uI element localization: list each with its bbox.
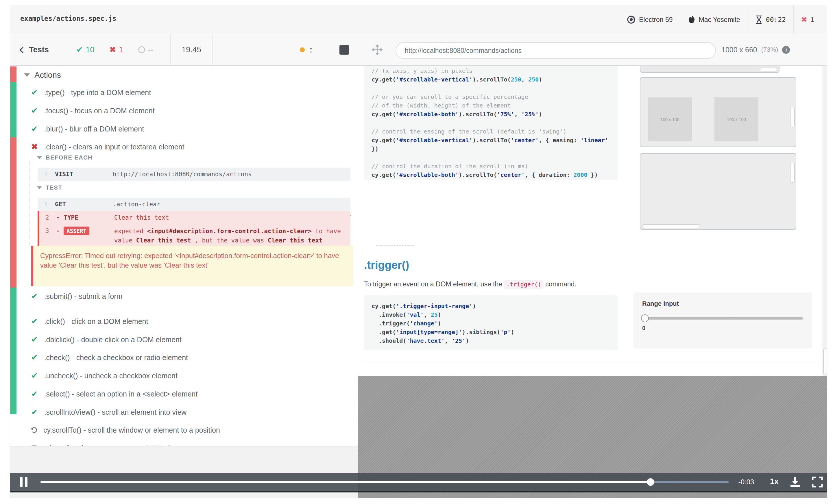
top-bar: examples/actions.spec.js Electron 59 <box>10 5 827 34</box>
range-slider[interactable] <box>642 317 803 320</box>
suite-header-actions[interactable]: Actions <box>24 70 61 80</box>
test-item-label: .dblclick() - double click on a DOM elem… <box>44 336 182 344</box>
pause-button[interactable] <box>20 477 28 487</box>
test-item[interactable]: ✔.submit() - submit a form <box>31 289 123 303</box>
aut-scrollbar[interactable] <box>822 66 827 376</box>
fullscreen-button[interactable] <box>812 477 823 487</box>
test-item[interactable]: .trigger() - trigger an event on a DOM e… <box>31 441 190 446</box>
failed-x-icon: ✖ <box>109 45 116 54</box>
range-slider-thumb[interactable] <box>641 314 649 322</box>
autoscroll-toggle[interactable]: ↕ <box>300 45 313 55</box>
test-item[interactable]: ✔.type() - type into a DOM element <box>31 86 151 100</box>
test-item-label: .trigger() - trigger an event on a DOM e… <box>43 444 190 447</box>
horizontal-scrollbar-thumb[interactable] <box>760 68 777 71</box>
playback-speed-button[interactable]: 1x <box>764 477 785 486</box>
viewport-size: 1000 x 660 <box>721 46 757 54</box>
vertical-scrollbar-thumb[interactable] <box>790 162 795 183</box>
stop-button[interactable] <box>340 45 349 55</box>
selector-playground-icon[interactable] <box>372 44 383 55</box>
passed-check-icon: ✔ <box>76 45 83 54</box>
browser-name: Electron 59 <box>639 16 673 24</box>
code-block-trigger: cy.get('.trigger-input-range') .invoke('… <box>364 295 617 350</box>
test-list: Actions ✔.type() - type into a DOM eleme… <box>10 66 358 446</box>
progress-thumb[interactable] <box>647 478 654 486</box>
browser-selector[interactable]: Electron 59 <box>619 5 680 34</box>
pending-checkbox-icon <box>31 445 37 446</box>
command-value: http://localhost:8080/commands/actions <box>113 168 251 181</box>
failed-strip <box>10 137 17 288</box>
hierarchy-dotted-line <box>29 161 30 245</box>
download-button[interactable] <box>789 477 801 487</box>
passed-check-icon: ✔ <box>31 335 38 344</box>
horizontal-scrollbar-thumb[interactable] <box>642 224 700 228</box>
test-item[interactable]: ✔.check() - check a checkbox or radio el… <box>31 351 188 364</box>
failed-stat: ✖ 1 <box>109 45 123 54</box>
viewport-info: 1000 x 660 (73%) i <box>721 34 790 65</box>
aut-panel: // (x axis, y axis) in pixelscy.get('#sc… <box>358 66 827 498</box>
code-line: }) <box>364 145 617 153</box>
stop-cell <box>331 34 357 65</box>
info-icon[interactable]: i <box>782 46 790 54</box>
aut-url-bar[interactable]: http://localhost:8080/commands/actions <box>395 42 716 59</box>
range-value: 0 <box>642 325 645 332</box>
command-number: 3 <box>39 224 56 237</box>
pending-circle-icon <box>138 46 145 53</box>
test-item-label: .select() - select an option in a <selec… <box>44 390 198 398</box>
test-item[interactable]: ✔.dblclick() - double click on a DOM ele… <box>31 333 182 346</box>
progress-played <box>40 481 651 483</box>
command-row-type[interactable]: 2- TYPEClear this text <box>38 211 350 224</box>
running-refresh-icon <box>31 427 37 433</box>
code-line <box>364 84 617 92</box>
hourglass-icon <box>755 15 762 24</box>
passed-check-icon: ✔ <box>31 88 38 97</box>
command-row-visit[interactable]: 1VISIThttp://localhost:8080/commands/act… <box>38 168 350 181</box>
test-item-label: .blur() - blur off a DOM element <box>44 125 144 133</box>
video-progress-bar[interactable] <box>40 481 729 483</box>
passed-check-icon: ✔ <box>31 317 38 326</box>
code-line: // (x axis, y axis) in pixels <box>364 66 617 75</box>
test-item-label: .click() - click on a DOM element <box>44 317 148 326</box>
desc-text: command. <box>545 280 576 288</box>
test-item[interactable]: ✖.clear() - clears an input or textarea … <box>31 140 184 154</box>
code-line: cy.get('#scrollable-vertical').scrollTo(… <box>364 136 617 145</box>
image-placeholder: 100 x 100 <box>648 98 692 141</box>
scrollable-horizontal-box-partial <box>640 66 779 73</box>
test-item[interactable]: ✔.blur() - blur off a DOM element <box>31 122 144 136</box>
passed-check-icon: ✔ <box>31 124 38 133</box>
cypress-error-text: CypressError: Timed out retrying: expect… <box>40 251 346 270</box>
code-line: cy.get('#scrollable-both').scrollTo('75%… <box>364 110 617 119</box>
passed-check-icon: ✔ <box>31 389 38 399</box>
code-line: cy.get('#scrollable-both').scrollTo('cen… <box>364 170 617 179</box>
back-to-tests-button[interactable]: Tests <box>20 45 49 54</box>
passed-stat: ✔ 10 <box>76 45 95 54</box>
spec-title: examples/actions.spec.js <box>20 15 116 22</box>
test-item-label: .clear() - clears an input or textarea e… <box>44 143 184 151</box>
range-input-label: Range Input <box>642 300 679 308</box>
test-item[interactable]: cy.scrollTo() - scroll the window or ele… <box>31 423 220 437</box>
passed-check-icon: ✔ <box>31 353 38 362</box>
trigger-section-heading: .trigger() <box>364 259 409 271</box>
command-row-ASSERT[interactable]: 3- ASSERTexpected <input#description.for… <box>38 224 350 247</box>
command-name: VISIT <box>55 168 113 181</box>
vertical-scrollbar-thumb[interactable] <box>790 107 795 127</box>
before-each-label: BEFORE EACH <box>46 154 93 161</box>
code-line: .invoke('val', 25) <box>364 310 617 319</box>
test-item-label: .submit() - submit a form <box>44 292 123 300</box>
duration-cell: 19.45 <box>170 34 212 65</box>
aut-scrollbar-thumb[interactable] <box>823 348 827 375</box>
aut-url: http://localhost:8080/commands/actions <box>405 47 522 55</box>
desc-text: To trigger an event on a DOM element, us… <box>364 280 504 288</box>
test-item[interactable]: ✔.focus() - focus on a DOM element <box>31 104 155 118</box>
test-item[interactable]: ✔.scrollIntoView() - scroll an element i… <box>31 405 186 419</box>
reporter-panel: Actions ✔.type() - type into a DOM eleme… <box>10 66 358 498</box>
test-item[interactable]: ✔.click() - click on a DOM element <box>31 314 148 328</box>
before-each-section[interactable]: BEFORE EACH <box>37 154 93 161</box>
test-section[interactable]: TEST <box>37 184 62 191</box>
command-name: GET <box>55 198 113 211</box>
test-item[interactable]: ✔.uncheck() - uncheck a checkbox element <box>31 369 178 383</box>
top-bar-right: Electron 59 Mac Yosemite 00:22 <box>619 5 822 34</box>
command-row-get[interactable]: 1GET.action-clear <box>38 198 350 211</box>
test-item-label: .scrollIntoView() - scroll an element in… <box>44 408 187 416</box>
timer-value: 00:22 <box>766 16 786 23</box>
test-item[interactable]: ✔.select() - select an option in a <sele… <box>31 387 198 401</box>
